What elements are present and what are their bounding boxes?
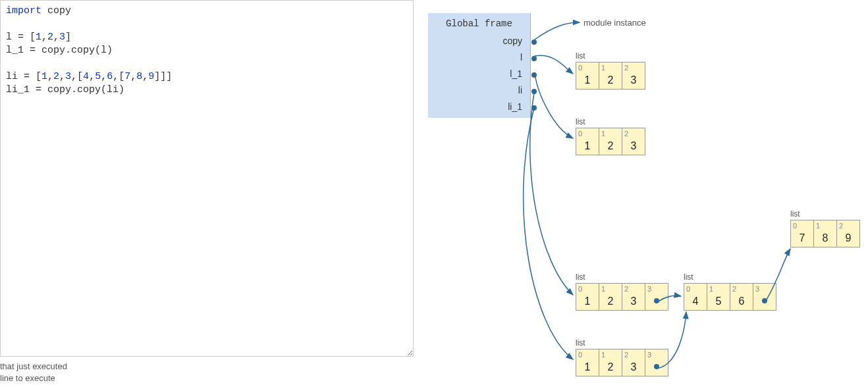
pointer-dot bbox=[654, 298, 659, 303]
code-editor[interactable]: import copy l = [1,2,3] l_1 = copy.copy(… bbox=[0, 0, 414, 357]
list-cell: 18 bbox=[813, 220, 837, 247]
code-line-blank-2 bbox=[6, 57, 408, 70]
list-cell: 01 bbox=[576, 349, 599, 376]
pointer-dot bbox=[654, 364, 659, 369]
heap-list-li1: 01 12 23 3 bbox=[576, 349, 668, 376]
pointer-dot bbox=[531, 89, 537, 94]
heap-list-l: 01 12 23 bbox=[576, 62, 645, 90]
list-type-label: list bbox=[790, 209, 800, 219]
frame-var-copy: copy bbox=[428, 33, 530, 49]
list-cell: 3 bbox=[645, 283, 668, 311]
list-type-label: list bbox=[576, 272, 585, 282]
list-cell: 04 bbox=[684, 283, 707, 311]
list-cell: 12 bbox=[599, 283, 622, 311]
list-type-label: list bbox=[576, 51, 585, 61]
list-cell: 12 bbox=[599, 62, 622, 90]
module-instance-label: module instance bbox=[583, 18, 646, 28]
list-type-label: list bbox=[576, 117, 585, 126]
list-cell: 01 bbox=[576, 283, 599, 311]
list-cell: 12 bbox=[599, 349, 622, 376]
list-cell: 23 bbox=[622, 349, 645, 376]
heap-list-li: 01 12 23 3 bbox=[576, 283, 668, 311]
code-line-7: li_1 = copy.copy(li) bbox=[6, 84, 408, 97]
pointer-dot bbox=[531, 72, 537, 78]
list-cell: 3 bbox=[645, 349, 668, 376]
pointer-dot bbox=[531, 105, 537, 111]
frame-var-li1: li_1 bbox=[428, 99, 530, 115]
list-type-label: list bbox=[576, 338, 585, 348]
list-cell: 23 bbox=[622, 128, 645, 155]
heap-list-inner1: 04 15 26 3 bbox=[684, 283, 776, 311]
frame-title: Global frame bbox=[428, 16, 530, 33]
legend-next-line: line to execute bbox=[0, 373, 67, 384]
code-line-1: import copy bbox=[6, 5, 408, 18]
global-frame: Global frame copy l l_1 li li_1 bbox=[428, 13, 531, 118]
heap-list-l1: 01 12 23 bbox=[576, 128, 645, 155]
execution-legend: that just executed line to execute bbox=[0, 361, 67, 384]
list-cell: 23 bbox=[622, 62, 645, 90]
list-cell: 01 bbox=[576, 128, 599, 155]
list-cell: 15 bbox=[707, 283, 730, 311]
list-cell: 26 bbox=[730, 283, 753, 311]
list-cell: 12 bbox=[599, 128, 622, 155]
code-line-blank-1 bbox=[6, 18, 408, 31]
pointer-dot bbox=[762, 298, 767, 303]
list-cell: 3 bbox=[753, 283, 776, 311]
list-type-label: list bbox=[684, 272, 693, 282]
frame-var-li: li bbox=[428, 82, 530, 99]
heap-list-inner2: 07 18 29 bbox=[790, 220, 860, 247]
code-line-3: l = [1,2,3] bbox=[6, 31, 408, 44]
list-cell: 23 bbox=[622, 283, 645, 311]
code-line-6: li = [1,2,3,[4,5,6,[7,8,9]]] bbox=[6, 70, 408, 84]
code-line-4: l_1 = copy.copy(l) bbox=[6, 44, 408, 57]
frame-var-l1: l_1 bbox=[428, 66, 530, 82]
list-cell: 29 bbox=[836, 220, 860, 247]
list-cell: 07 bbox=[790, 220, 814, 247]
frame-var-l: l bbox=[428, 49, 530, 66]
legend-just-executed: that just executed bbox=[0, 361, 67, 373]
pointer-dot bbox=[531, 56, 537, 61]
pointer-dot bbox=[531, 39, 537, 45]
list-cell: 01 bbox=[576, 62, 599, 90]
